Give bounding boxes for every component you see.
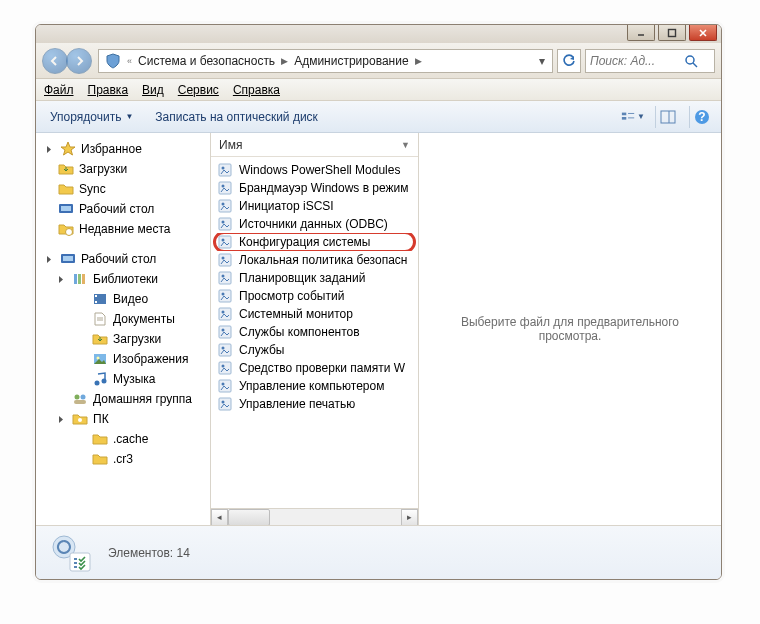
organize-button[interactable]: Упорядочить▼: [44, 107, 139, 127]
svg-point-26: [97, 357, 100, 360]
scroll-left-button[interactable]: ◂: [211, 509, 228, 526]
file-row[interactable]: Конфигурация системы: [211, 233, 418, 251]
content-area: Имя▼ Windows PowerShell ModulesБрандмауэ…: [211, 133, 721, 525]
status-bar: Элементов: 14: [36, 525, 721, 579]
document-icon: [92, 311, 108, 327]
view-mode-button[interactable]: ▼: [621, 106, 645, 128]
breadcrumb-admin[interactable]: Администрирование: [294, 54, 408, 68]
menu-tools[interactable]: Сервис: [178, 83, 219, 97]
shortcut-icon: [217, 342, 233, 358]
file-row[interactable]: Инициатор iSCSI: [211, 197, 418, 215]
file-name: Службы компонентов: [239, 325, 360, 339]
sidebar-videos[interactable]: Видео: [36, 289, 210, 309]
svg-rect-1: [669, 29, 676, 36]
menu-file[interactable]: Файл: [44, 83, 74, 97]
back-button[interactable]: [42, 48, 68, 74]
search-input[interactable]: [590, 54, 680, 68]
burn-button[interactable]: Записать на оптический диск: [149, 107, 324, 127]
file-row[interactable]: Службы: [211, 341, 418, 359]
scroll-right-button[interactable]: ▸: [401, 509, 418, 526]
shortcut-icon: [217, 306, 233, 322]
close-button[interactable]: [689, 25, 717, 41]
svg-rect-4: [622, 112, 626, 115]
file-name: Службы: [239, 343, 284, 357]
sidebar-cr3[interactable]: .cr3: [36, 449, 210, 469]
nav-row: « Система и безопасность ▶ Администриров…: [36, 43, 721, 79]
svg-rect-33: [219, 164, 231, 176]
sidebar-lib-downloads[interactable]: Загрузки: [36, 329, 210, 349]
svg-rect-18: [78, 274, 81, 284]
file-row[interactable]: Службы компонентов: [211, 323, 418, 341]
file-row[interactable]: Просмотр событий: [211, 287, 418, 305]
sidebar-sync[interactable]: Sync: [36, 179, 210, 199]
search-icon: [684, 54, 698, 68]
address-dropdown[interactable]: ▾: [534, 54, 550, 68]
horizontal-scrollbar[interactable]: ◂ ▸: [211, 508, 418, 525]
shortcut-icon: [217, 216, 233, 232]
sidebar-downloads[interactable]: Загрузки: [36, 159, 210, 179]
svg-rect-55: [219, 362, 231, 374]
sidebar-cache[interactable]: .cache: [36, 429, 210, 449]
svg-point-60: [222, 401, 225, 404]
svg-rect-8: [661, 111, 675, 123]
preview-pane-button[interactable]: [655, 106, 679, 128]
file-row[interactable]: Управление печатью: [211, 395, 418, 413]
file-row[interactable]: Планировщик заданий: [211, 269, 418, 287]
sidebar-desktop-fav[interactable]: Рабочий стол: [36, 199, 210, 219]
sidebar-recent[interactable]: Недавние места: [36, 219, 210, 239]
svg-rect-49: [219, 308, 231, 320]
refresh-button[interactable]: [557, 49, 581, 73]
sidebar-music[interactable]: Музыка: [36, 369, 210, 389]
preview-pane: Выберите файл для предварительного просм…: [419, 133, 721, 525]
scroll-track[interactable]: [228, 509, 401, 526]
shortcut-icon: [217, 288, 233, 304]
shortcut-icon: [217, 324, 233, 340]
sidebar-favorites[interactable]: Избранное: [36, 139, 210, 159]
help-button[interactable]: ?: [689, 106, 713, 128]
titlebar: [36, 25, 721, 43]
file-row[interactable]: Локальная политика безопасн: [211, 251, 418, 269]
menu-view[interactable]: Вид: [142, 83, 164, 97]
file-row[interactable]: Системный монитор: [211, 305, 418, 323]
sidebar-libraries[interactable]: Библиотеки: [36, 269, 210, 289]
recent-icon: [58, 221, 74, 237]
breadcrumb-system[interactable]: Система и безопасность: [138, 54, 275, 68]
preview-text: Выберите файл для предварительного просм…: [429, 315, 711, 343]
breadcrumb: Система и безопасность ▶ Администрирован…: [138, 54, 528, 68]
forward-button[interactable]: [66, 48, 92, 74]
shortcut-icon: [217, 180, 233, 196]
minimize-button[interactable]: [627, 25, 655, 41]
folder-icon: [58, 181, 74, 197]
sidebar-homegroup[interactable]: Домашняя группа: [36, 389, 210, 409]
sidebar-documents[interactable]: Документы: [36, 309, 210, 329]
svg-rect-41: [219, 236, 231, 248]
sidebar-pictures[interactable]: Изображения: [36, 349, 210, 369]
svg-point-30: [81, 395, 86, 400]
menu-help[interactable]: Справка: [233, 83, 280, 97]
file-row[interactable]: Источники данных (ODBC): [211, 215, 418, 233]
menu-edit[interactable]: Правка: [88, 83, 129, 97]
maximize-button[interactable]: [658, 25, 686, 41]
search-box[interactable]: [585, 49, 715, 73]
column-header-name[interactable]: Имя▼: [211, 133, 418, 157]
file-row[interactable]: Средство проверки памяти W: [211, 359, 418, 377]
items-icon: [50, 531, 94, 575]
shortcut-icon: [217, 360, 233, 376]
address-bar[interactable]: « Система и безопасность ▶ Администриров…: [98, 49, 553, 73]
shield-icon: [105, 53, 121, 69]
svg-rect-57: [219, 380, 231, 392]
file-row[interactable]: Управление компьютером: [211, 377, 418, 395]
file-row[interactable]: Windows PowerShell Modules: [211, 161, 418, 179]
svg-point-38: [222, 203, 225, 206]
file-row[interactable]: Брандмауэр Windows в режим: [211, 179, 418, 197]
scroll-thumb[interactable]: [228, 509, 270, 526]
sidebar[interactable]: Избранное Загрузки Sync Рабочий стол Нед…: [36, 133, 211, 525]
folder-icon: [92, 431, 108, 447]
folder-icon: [92, 331, 108, 347]
svg-point-42: [222, 239, 225, 242]
sidebar-pc[interactable]: ПК: [36, 409, 210, 429]
sidebar-desktop[interactable]: Рабочий стол: [36, 249, 210, 269]
shortcut-icon: [217, 234, 233, 250]
svg-point-29: [75, 395, 80, 400]
svg-point-40: [222, 221, 225, 224]
